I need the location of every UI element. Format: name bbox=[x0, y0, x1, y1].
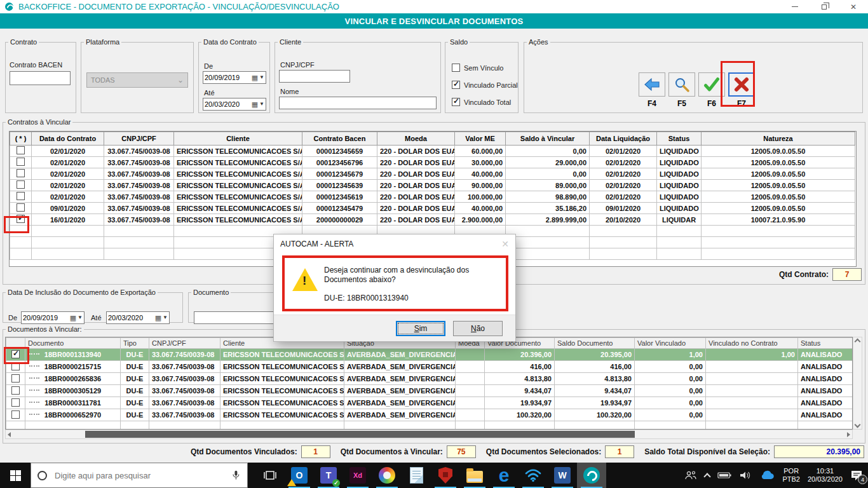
table-row[interactable]: 02/01/202033.067.745/0039-08ERICSSON TEL… bbox=[10, 146, 855, 157]
column-header[interactable]: Status bbox=[798, 338, 853, 349]
row-expander-icon[interactable] bbox=[29, 414, 39, 415]
checkbox[interactable] bbox=[452, 98, 460, 106]
scroll-down-icon[interactable] bbox=[855, 422, 861, 428]
data-contrato-ate-input[interactable]: 20/03/2020 ▦▼ bbox=[203, 98, 266, 111]
row-checkbox[interactable] bbox=[17, 215, 25, 223]
action-button-f5[interactable] bbox=[668, 72, 695, 97]
column-header[interactable] bbox=[6, 338, 25, 349]
row-checkbox[interactable] bbox=[17, 169, 25, 177]
cnpj-input[interactable] bbox=[279, 70, 350, 83]
row-expander-icon[interactable] bbox=[29, 390, 39, 391]
dialog-close-icon[interactable]: ✕ bbox=[501, 239, 509, 249]
vertical-scrollbar[interactable] bbox=[853, 337, 862, 430]
row-expander-icon[interactable] bbox=[29, 353, 39, 355]
inclusao-de-input[interactable]: 20/09/2019 ▦▼ bbox=[21, 311, 85, 324]
checkbox[interactable] bbox=[452, 81, 460, 89]
table-row[interactable]: 02/01/202033.067.745/0039-08ERICSSON TEL… bbox=[10, 157, 855, 168]
column-header[interactable]: Saldo à Vincular bbox=[506, 132, 590, 146]
row-checkbox[interactable] bbox=[11, 410, 20, 419]
start-button[interactable] bbox=[0, 463, 31, 488]
table-row[interactable]: 02/01/202033.067.745/0039-08ERICSSON TEL… bbox=[10, 168, 855, 180]
action-center-button[interactable]: 4 bbox=[850, 470, 863, 481]
row-expander-icon[interactable] bbox=[29, 377, 39, 379]
column-header[interactable]: CNPJ/CPF bbox=[104, 132, 174, 146]
table-row[interactable]: 18BR0000215715DU-E33.067.745/0039-08ERIC… bbox=[6, 361, 853, 373]
minimize-button[interactable] bbox=[780, 0, 810, 13]
data-contrato-de-input[interactable]: 20/09/2019 ▦▼ bbox=[203, 71, 266, 84]
row-expander-icon[interactable] bbox=[29, 365, 39, 367]
checkbox[interactable] bbox=[452, 64, 460, 72]
table-row[interactable]: 18BR0000311781DU-E33.067.745/0039-08ERIC… bbox=[6, 397, 853, 409]
inclusao-ate-input[interactable]: 20/03/2020 ▦▼ bbox=[106, 311, 170, 324]
column-header[interactable]: Contrato Bacen bbox=[302, 132, 377, 146]
people-icon[interactable] bbox=[684, 470, 697, 480]
table-row[interactable]: 16/01/202033.067.745/0039-08ERICSSON TEL… bbox=[10, 214, 855, 226]
table-row[interactable]: 02/01/202033.067.745/0039-08ERICSSON TEL… bbox=[10, 191, 855, 203]
column-header[interactable]: Valor ME bbox=[455, 132, 506, 146]
column-header[interactable]: Data Liquidação bbox=[590, 132, 657, 146]
taskbar-word[interactable]: W bbox=[548, 463, 577, 488]
table-row[interactable]: 18BR0000305129DU-E33.067.745/0039-08ERIC… bbox=[6, 385, 853, 397]
table-row[interactable]: 09/01/202033.067.745/0039-08ERICSSON TEL… bbox=[10, 203, 855, 214]
taskbar-adobe-xd[interactable]: Xd bbox=[343, 463, 372, 488]
yes-button[interactable]: Sim bbox=[396, 321, 445, 336]
row-checkbox[interactable] bbox=[11, 362, 20, 370]
taskbar-outlook[interactable]: O bbox=[285, 463, 314, 488]
table-row[interactable]: 02/01/202033.067.745/0039-08ERICSSON TEL… bbox=[10, 180, 855, 191]
tray-expand-icon[interactable] bbox=[704, 473, 711, 480]
row-checkbox[interactable] bbox=[17, 146, 25, 154]
row-checkbox[interactable] bbox=[17, 158, 25, 166]
taskbar-security[interactable] bbox=[431, 463, 460, 488]
taskbar-paint[interactable] bbox=[372, 463, 402, 488]
saldo-option[interactable]: Sem Vínculo bbox=[452, 64, 503, 72]
taskbar-file-explorer[interactable] bbox=[460, 463, 489, 488]
column-header[interactable]: Status bbox=[657, 132, 702, 146]
row-expander-icon[interactable] bbox=[29, 402, 39, 403]
column-header[interactable]: Saldo Documento bbox=[555, 338, 635, 349]
taskbar-search[interactable] bbox=[31, 463, 248, 488]
column-header[interactable]: Valor Vinculado bbox=[635, 338, 706, 349]
column-header[interactable]: Data do Contrato bbox=[32, 132, 104, 146]
taskbar-teams[interactable]: T✓ bbox=[314, 463, 343, 488]
column-header[interactable]: Moeda bbox=[377, 132, 455, 146]
row-checkbox[interactable] bbox=[17, 192, 25, 200]
plataforma-select[interactable]: TODAS ⌄ bbox=[86, 72, 188, 88]
row-checkbox[interactable] bbox=[11, 350, 20, 358]
saldo-option[interactable]: Vinculado Parcial bbox=[452, 81, 518, 89]
language-indicator[interactable]: POR PTB2 bbox=[782, 467, 800, 484]
clock[interactable]: 10:31 20/03/2020 bbox=[808, 467, 843, 484]
row-checkbox[interactable] bbox=[17, 180, 25, 189]
action-button-f6[interactable] bbox=[698, 72, 725, 97]
column-header[interactable]: Cliente bbox=[174, 132, 302, 146]
scroll-up-icon[interactable] bbox=[855, 339, 861, 345]
row-checkbox[interactable] bbox=[11, 398, 20, 407]
saldo-option[interactable]: Vinculado Total bbox=[452, 98, 511, 106]
documento-input[interactable] bbox=[194, 311, 274, 324]
taskbar-notepad[interactable] bbox=[402, 463, 431, 488]
row-checkbox[interactable] bbox=[17, 203, 25, 212]
column-header[interactable]: Tipo bbox=[121, 338, 149, 349]
row-checkbox[interactable] bbox=[11, 386, 20, 395]
scrollbar-thumb[interactable] bbox=[85, 431, 635, 438]
table-row[interactable]: 18BR0000652970DU-E33.067.745/0039-08ERIC… bbox=[6, 409, 853, 421]
taskbar-task-view[interactable] bbox=[255, 463, 285, 488]
onedrive-icon[interactable] bbox=[759, 470, 775, 480]
taskbar-edge[interactable]: e bbox=[489, 463, 519, 488]
row-checkbox[interactable] bbox=[11, 374, 20, 383]
table-row[interactable]: 18BR0001313940DU-E33.067.745/0039-08ERIC… bbox=[6, 349, 853, 361]
scroll-right-icon[interactable] bbox=[847, 432, 850, 437]
column-header[interactable]: Natureza bbox=[702, 132, 855, 146]
column-header[interactable]: Documento bbox=[25, 338, 121, 349]
table-row[interactable]: 18BR0000265836DU-E33.067.745/0039-08ERIC… bbox=[6, 373, 853, 385]
close-button[interactable]: ✕ bbox=[839, 0, 868, 13]
taskbar-wifi-app[interactable] bbox=[519, 463, 548, 488]
column-header[interactable]: Vinculado no Contrato bbox=[706, 338, 798, 349]
nome-input[interactable] bbox=[279, 97, 437, 109]
taskbar-backoffice[interactable] bbox=[577, 463, 606, 488]
column-header[interactable]: ( * ) bbox=[10, 132, 32, 146]
contrato-bacen-input[interactable] bbox=[10, 71, 71, 85]
horizontal-scrollbar[interactable] bbox=[5, 430, 853, 439]
scroll-left-icon[interactable] bbox=[8, 432, 11, 437]
battery-icon[interactable] bbox=[717, 471, 731, 479]
action-button-f7[interactable] bbox=[728, 72, 755, 97]
